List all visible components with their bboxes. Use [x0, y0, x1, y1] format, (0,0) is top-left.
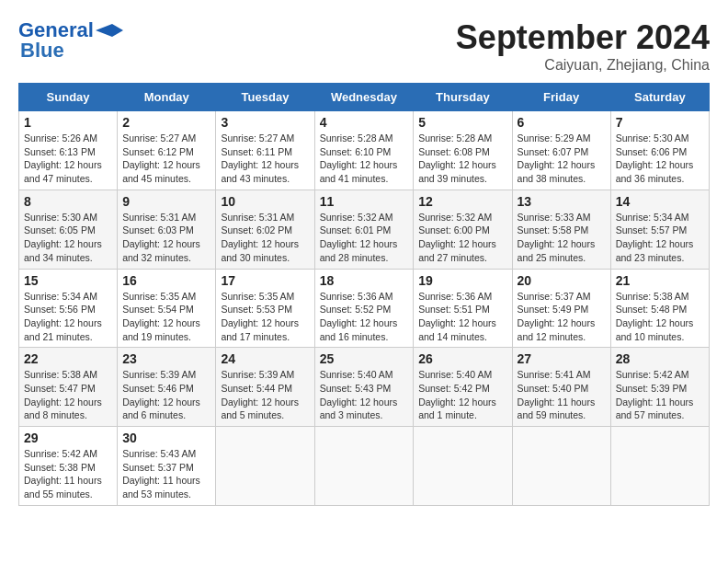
title-area: September 2024 Caiyuan, Zhejiang, China: [456, 18, 710, 74]
col-header-wednesday: Wednesday: [314, 84, 414, 111]
day-detail: Sunrise: 5:35 AMSunset: 5:53 PMDaylight:…: [221, 290, 309, 344]
calendar-cell: 7Sunrise: 5:30 AMSunset: 6:06 PMDaylight…: [610, 111, 709, 190]
day-detail: Sunrise: 5:35 AMSunset: 5:54 PMDaylight:…: [122, 290, 210, 344]
day-number: 19: [418, 273, 506, 288]
day-number: 25: [320, 351, 409, 366]
calendar-cell: 29Sunrise: 5:42 AMSunset: 5:38 PMDayligh…: [19, 427, 118, 506]
day-number: 13: [518, 194, 606, 209]
calendar-cell: 22Sunrise: 5:38 AMSunset: 5:47 PMDayligh…: [19, 348, 118, 427]
day-detail: Sunrise: 5:34 AMSunset: 5:57 PMDaylight:…: [616, 211, 704, 265]
day-detail: Sunrise: 5:42 AMSunset: 5:39 PMDaylight:…: [616, 368, 704, 422]
day-detail: Sunrise: 5:43 AMSunset: 5:37 PMDaylight:…: [122, 447, 210, 501]
calendar-cell: 24Sunrise: 5:39 AMSunset: 5:44 PMDayligh…: [216, 348, 314, 427]
calendar-cell: 30Sunrise: 5:43 AMSunset: 5:37 PMDayligh…: [118, 427, 216, 506]
calendar-cell: [216, 427, 314, 506]
day-detail: Sunrise: 5:40 AMSunset: 5:43 PMDaylight:…: [320, 368, 409, 422]
day-number: 14: [616, 194, 704, 209]
day-detail: Sunrise: 5:30 AMSunset: 6:06 PMDaylight:…: [616, 132, 704, 186]
logo-blue: Blue: [20, 39, 64, 63]
calendar-cell: 13Sunrise: 5:33 AMSunset: 5:58 PMDayligh…: [512, 190, 610, 269]
calendar-cell: 14Sunrise: 5:34 AMSunset: 5:57 PMDayligh…: [610, 190, 709, 269]
day-number: 28: [616, 351, 704, 366]
calendar-cell: 12Sunrise: 5:32 AMSunset: 6:00 PMDayligh…: [414, 190, 512, 269]
calendar-cell: 10Sunrise: 5:31 AMSunset: 6:02 PMDayligh…: [216, 190, 314, 269]
day-number: 21: [616, 273, 704, 288]
day-detail: Sunrise: 5:32 AMSunset: 6:00 PMDaylight:…: [418, 211, 506, 265]
day-detail: Sunrise: 5:34 AMSunset: 5:56 PMDaylight:…: [24, 290, 112, 344]
calendar-week-2: 15Sunrise: 5:34 AMSunset: 5:56 PMDayligh…: [19, 269, 710, 348]
day-number: 29: [24, 431, 112, 445]
calendar-cell: 20Sunrise: 5:37 AMSunset: 5:49 PMDayligh…: [512, 269, 610, 348]
calendar-cell: 25Sunrise: 5:40 AMSunset: 5:43 PMDayligh…: [314, 348, 414, 427]
day-number: 7: [616, 115, 704, 130]
day-detail: Sunrise: 5:39 AMSunset: 5:44 PMDaylight:…: [221, 368, 309, 422]
svg-marker-0: [96, 24, 123, 37]
calendar-cell: 21Sunrise: 5:38 AMSunset: 5:48 PMDayligh…: [610, 269, 709, 348]
calendar-week-1: 8Sunrise: 5:30 AMSunset: 6:05 PMDaylight…: [19, 190, 710, 269]
day-detail: Sunrise: 5:27 AMSunset: 6:12 PMDaylight:…: [122, 132, 210, 186]
calendar-cell: 18Sunrise: 5:36 AMSunset: 5:52 PMDayligh…: [314, 269, 414, 348]
calendar-cell: 8Sunrise: 5:30 AMSunset: 6:05 PMDaylight…: [19, 190, 118, 269]
day-number: 20: [518, 273, 606, 288]
day-detail: Sunrise: 5:30 AMSunset: 6:05 PMDaylight:…: [24, 211, 112, 265]
day-number: 11: [320, 194, 409, 209]
calendar-cell: [512, 427, 610, 506]
day-detail: Sunrise: 5:26 AMSunset: 6:13 PMDaylight:…: [24, 132, 112, 186]
day-number: 5: [418, 115, 506, 130]
day-number: 17: [221, 273, 309, 288]
calendar-cell: 5Sunrise: 5:28 AMSunset: 6:08 PMDaylight…: [414, 111, 512, 190]
day-detail: Sunrise: 5:39 AMSunset: 5:46 PMDaylight:…: [122, 368, 210, 422]
col-header-friday: Friday: [512, 84, 610, 111]
day-detail: Sunrise: 5:27 AMSunset: 6:11 PMDaylight:…: [221, 132, 309, 186]
day-detail: Sunrise: 5:31 AMSunset: 6:02 PMDaylight:…: [221, 211, 309, 265]
day-number: 6: [518, 115, 606, 130]
col-header-sunday: Sunday: [19, 84, 118, 111]
calendar-cell: 16Sunrise: 5:35 AMSunset: 5:54 PMDayligh…: [118, 269, 216, 348]
calendar-cell: 11Sunrise: 5:32 AMSunset: 6:01 PMDayligh…: [314, 190, 414, 269]
day-number: 16: [122, 273, 210, 288]
calendar-week-3: 22Sunrise: 5:38 AMSunset: 5:47 PMDayligh…: [19, 348, 710, 427]
calendar-cell: 23Sunrise: 5:39 AMSunset: 5:46 PMDayligh…: [118, 348, 216, 427]
calendar-cell: 27Sunrise: 5:41 AMSunset: 5:40 PMDayligh…: [512, 348, 610, 427]
day-detail: Sunrise: 5:37 AMSunset: 5:49 PMDaylight:…: [518, 290, 606, 344]
calendar-cell: 3Sunrise: 5:27 AMSunset: 6:11 PMDaylight…: [216, 111, 314, 190]
calendar-cell: [414, 427, 512, 506]
day-detail: Sunrise: 5:38 AMSunset: 5:48 PMDaylight:…: [616, 290, 704, 344]
calendar-cell: 26Sunrise: 5:40 AMSunset: 5:42 PMDayligh…: [414, 348, 512, 427]
day-number: 24: [221, 351, 309, 366]
day-detail: Sunrise: 5:31 AMSunset: 6:03 PMDaylight:…: [122, 211, 210, 265]
calendar-cell: 9Sunrise: 5:31 AMSunset: 6:03 PMDaylight…: [118, 190, 216, 269]
logo-arrow-icon: [96, 24, 123, 37]
location-title: Caiyuan, Zhejiang, China: [456, 57, 710, 74]
calendar-cell: [314, 427, 414, 506]
month-title: September 2024: [456, 18, 710, 57]
day-number: 22: [24, 351, 112, 366]
day-detail: Sunrise: 5:36 AMSunset: 5:52 PMDaylight:…: [320, 290, 409, 344]
day-number: 9: [122, 194, 210, 209]
calendar-cell: 19Sunrise: 5:36 AMSunset: 5:51 PMDayligh…: [414, 269, 512, 348]
day-detail: Sunrise: 5:28 AMSunset: 6:08 PMDaylight:…: [418, 132, 506, 186]
calendar-cell: [610, 427, 709, 506]
day-number: 8: [24, 194, 112, 209]
day-detail: Sunrise: 5:33 AMSunset: 5:58 PMDaylight:…: [518, 211, 606, 265]
day-number: 10: [221, 194, 309, 209]
day-number: 18: [320, 273, 409, 288]
logo: General Blue: [18, 18, 123, 63]
day-number: 1: [24, 115, 112, 130]
calendar-week-0: 1Sunrise: 5:26 AMSunset: 6:13 PMDaylight…: [19, 111, 710, 190]
day-detail: Sunrise: 5:32 AMSunset: 6:01 PMDaylight:…: [320, 211, 409, 265]
calendar-cell: 15Sunrise: 5:34 AMSunset: 5:56 PMDayligh…: [19, 269, 118, 348]
header: General Blue September 2024 Caiyuan, Zhe…: [18, 18, 710, 74]
calendar-cell: 2Sunrise: 5:27 AMSunset: 6:12 PMDaylight…: [118, 111, 216, 190]
day-number: 23: [122, 351, 210, 366]
day-detail: Sunrise: 5:42 AMSunset: 5:38 PMDaylight:…: [24, 447, 112, 501]
day-number: 4: [320, 115, 409, 130]
day-detail: Sunrise: 5:36 AMSunset: 5:51 PMDaylight:…: [418, 290, 506, 344]
calendar-week-4: 29Sunrise: 5:42 AMSunset: 5:38 PMDayligh…: [19, 427, 710, 506]
day-detail: Sunrise: 5:29 AMSunset: 6:07 PMDaylight:…: [518, 132, 606, 186]
day-detail: Sunrise: 5:38 AMSunset: 5:47 PMDaylight:…: [24, 368, 112, 422]
day-detail: Sunrise: 5:41 AMSunset: 5:40 PMDaylight:…: [518, 368, 606, 422]
day-number: 27: [518, 351, 606, 366]
day-number: 2: [122, 115, 210, 130]
day-number: 15: [24, 273, 112, 288]
